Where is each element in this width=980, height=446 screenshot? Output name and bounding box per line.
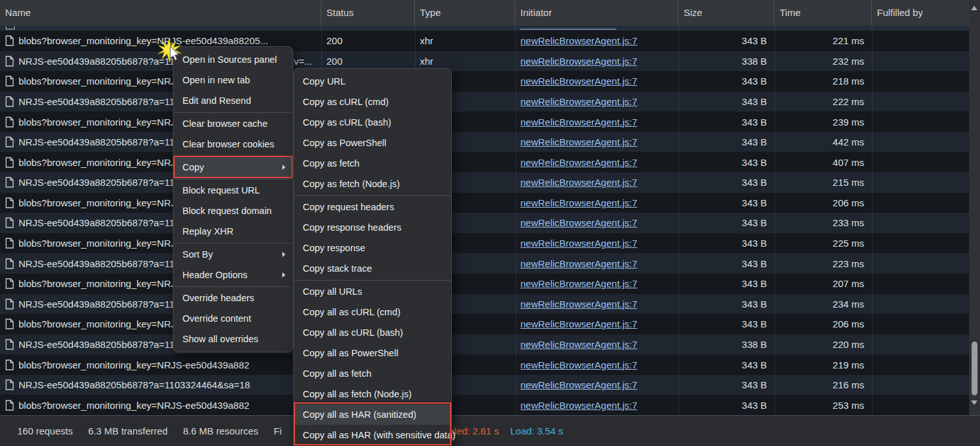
menu-item-override-headers[interactable]: Override headers <box>173 288 293 308</box>
menu-item-header-options[interactable]: Header Options <box>173 265 293 285</box>
table-row[interactable]: NRJS-ee50d439a88205b6878?a=1103324464&sa… <box>0 334 969 355</box>
table-row[interactable]: blobs?browser_monitoring_key=NRJS-ee50d4… <box>0 31 969 51</box>
table-row[interactable]: NRJS-ee50d439a88205b6878?a=1103324464&sa… <box>0 294 969 315</box>
menu-item-copy[interactable]: Copy <box>173 157 293 178</box>
column-header-initiator[interactable]: Initiator <box>515 0 679 26</box>
menu-item-clear-browser-cookies[interactable]: Clear browser cookies <box>173 134 293 154</box>
document-icon <box>5 359 14 370</box>
initiator-link[interactable]: newRelicBrowserAgent.js:7 <box>520 177 638 188</box>
menu-item-copy-all-as-har-sanitized[interactable]: Copy all as HAR (sanitized) <box>294 404 451 425</box>
table-row[interactable]: blobs?browser_monitoring_key=NRJS-ee50d4… <box>0 112 969 132</box>
table-row[interactable]: NRJS-ee50d439a88205b6878?a=1103324464&sa… <box>0 92 969 112</box>
column-header-fulfilled-by[interactable]: Fulfilled by <box>872 0 969 26</box>
scrollbar-thumb[interactable] <box>972 342 977 395</box>
menu-item-label: Copy URL <box>303 76 346 87</box>
initiator-link[interactable]: newRelicBrowserAgent.js:7 <box>520 76 638 87</box>
menu-item-copy-all-urls[interactable]: Copy all URLs <box>294 281 451 302</box>
menu-item-clear-browser-cache[interactable]: Clear browser cache <box>173 113 293 134</box>
menu-item-copy-all-as-fetch[interactable]: Copy all as fetch <box>294 363 451 384</box>
initiator-link[interactable]: newRelicBrowserAgent.js:7 <box>520 217 638 228</box>
table-row[interactable]: blobs?browser_monitoring_key=NRJS-ee50d4… <box>0 233 969 254</box>
time-cell: 233 ms <box>775 213 872 233</box>
menu-item-label: Copy <box>182 162 204 172</box>
menu-item-copy-all-as-fetch-node-js[interactable]: Copy all as fetch (Node.js) <box>294 384 451 404</box>
initiator-link[interactable]: newRelicBrowserAgent.js:7 <box>520 299 638 310</box>
initiator-link[interactable]: newRelicBrowserAgent.js:7 <box>520 318 638 329</box>
menu-item-open-in-new-tab[interactable]: Open in new tab <box>173 70 293 90</box>
initiator-link[interactable]: newRelicBrowserAgent.js:7 <box>520 258 638 269</box>
fulfilled-by-cell <box>872 375 969 395</box>
menu-item-open-in-sources-panel[interactable]: Open in Sources panel <box>173 49 293 70</box>
menu-item-copy-response[interactable]: Copy response <box>294 238 451 258</box>
fulfilled-by-cell <box>872 71 969 92</box>
menu-item-override-content[interactable]: Override content <box>173 308 293 329</box>
menu-item-copy-url[interactable]: Copy URL <box>294 71 451 92</box>
menu-item-show-all-overrides[interactable]: Show all overrides <box>173 329 293 349</box>
table-row[interactable]: NRJS-ee50d439a88205b6878?a=1103324464&sa… <box>0 253 969 274</box>
initiator-link[interactable]: newRelicBrowserAgent.js:7 <box>520 157 638 168</box>
initiator-link[interactable]: newRelicBrowserAgent.js:7 <box>520 117 638 128</box>
menu-separator <box>294 280 451 281</box>
scrollbar[interactable] <box>969 0 980 415</box>
fulfilled-by-cell <box>872 31 969 51</box>
initiator-link[interactable]: newRelicBrowserAgent.js:7 <box>520 359 638 370</box>
fulfilled-by-cell <box>872 132 969 153</box>
menu-item-copy-as-fetch[interactable]: Copy as fetch <box>294 153 451 174</box>
table-row[interactable]: NRJS-ee50d439a88205b6878?a=1103324464&sa… <box>0 375 969 395</box>
initiator-link[interactable]: newRelicBrowserAgent.js:7 <box>520 400 638 411</box>
table-row[interactable]: NRJS-ee50d439a88205b6878?a=1103324464&sa… <box>0 132 969 153</box>
column-header-time[interactable]: Time <box>775 0 872 26</box>
table-row[interactable]: blobs?browser_monitoring_key=NRJS-ee50d4… <box>0 71 969 92</box>
initiator-link[interactable]: newRelicBrowserAgent.js:7 <box>520 379 638 390</box>
menu-item-edit-and-resend[interactable]: Edit and Resend <box>173 90 293 111</box>
scroll-down-icon[interactable] <box>971 401 977 405</box>
initiator-link[interactable]: newRelicBrowserAgent.js:7 <box>520 56 638 67</box>
menu-item-sort-by[interactable]: Sort By <box>173 244 293 265</box>
initiator-link[interactable]: newRelicBrowserAgent.js:7 <box>520 238 638 249</box>
menu-item-block-request-url[interactable]: Block request URL <box>173 180 293 201</box>
table-row[interactable]: NRJS-ee50d439a88205b6878?a=1103324464&sa… <box>0 213 969 233</box>
scroll-up-icon[interactable] <box>971 6 977 10</box>
menu-item-copy-all-as-har-with-sensitive-data[interactable]: Copy all as HAR (with sensitive data) <box>294 425 451 445</box>
initiator-link[interactable]: newRelicBrowserAgent.js:7 <box>520 136 638 147</box>
initiator-link[interactable]: newRelicBrowserAgent.js:7 <box>520 96 638 107</box>
column-header-status[interactable]: Status <box>321 0 415 26</box>
initiator-link[interactable]: newRelicBrowserAgent.js:7 <box>520 339 638 350</box>
submenu-arrow-icon <box>282 272 285 277</box>
timing-load-3-54-s: Load: 3.54 s <box>510 425 563 436</box>
table-row[interactable]: blobs?browser_monitoring_key=NRJS-ee50d4… <box>0 314 969 334</box>
table-row[interactable]: blobs?browser_monitoring_key=NRJS-ee50d4… <box>0 274 969 294</box>
table-row[interactable]: blobs?browser_monitoring_key=NRJS-ee50d4… <box>0 152 969 172</box>
menu-item-replay-xhr[interactable]: Replay XHR <box>173 221 293 242</box>
menu-item-copy-as-fetch-node-js[interactable]: Copy as fetch (Node.js) <box>294 174 451 194</box>
table-row[interactable]: blobs?browser_monitoring_key=NRJS-ee50d4… <box>0 193 969 213</box>
column-header-size[interactable]: Size <box>679 0 775 26</box>
table-row[interactable]: blobs?browser_monitoring_key=NRJS-ee50d4… <box>0 354 969 375</box>
initiator-link[interactable]: newRelicBrowserAgent.js:7 <box>520 197 638 208</box>
menu-item-copy-all-as-curl-bash[interactable]: Copy all as cURL (bash) <box>294 322 451 343</box>
document-icon <box>5 379 14 390</box>
table-row[interactable]: NRJS-ee50d439a88205b6878?a=1103324464&sa… <box>0 51 969 72</box>
menu-item-copy-as-curl-cmd[interactable]: Copy as cURL (cmd) <box>294 92 451 112</box>
size-cell: 343 B <box>679 172 775 193</box>
menu-item-block-request-domain[interactable]: Block request domain <box>173 201 293 221</box>
menu-item-copy-stack-trace[interactable]: Copy stack trace <box>294 258 451 279</box>
menu-item-copy-all-as-curl-cmd[interactable]: Copy all as cURL (cmd) <box>294 302 451 322</box>
initiator-link[interactable]: newRelicBrowserAgent.js:7 <box>520 278 638 289</box>
menu-item-copy-all-as-powershell[interactable]: Copy all as PowerShell <box>294 343 451 363</box>
time-cell: 220 ms <box>775 334 872 355</box>
partial-table-row[interactable] <box>0 26 969 31</box>
menu-item-copy-request-headers[interactable]: Copy request headers <box>294 197 451 217</box>
summary-160-requests: 160 requests <box>17 425 73 436</box>
time-cell: 234 ms <box>775 294 872 315</box>
table-row[interactable]: blobs?browser_monitoring_key=NRJS-ee50d4… <box>0 395 969 415</box>
document-icon <box>5 197 14 208</box>
menu-item-copy-as-powershell[interactable]: Copy as PowerShell <box>294 133 451 153</box>
initiator-link[interactable]: newRelicBrowserAgent.js:7 <box>520 35 638 46</box>
column-header-name[interactable]: Name <box>0 0 321 26</box>
menu-item-copy-as-curl-bash[interactable]: Copy as cURL (bash) <box>294 112 451 133</box>
menu-separator <box>174 179 292 179</box>
column-header-type[interactable]: Type <box>415 0 515 26</box>
menu-item-copy-response-headers[interactable]: Copy response headers <box>294 217 451 238</box>
table-row[interactable]: NRJS-ee50d439a88205b6878?a=1103324464&sa… <box>0 172 969 193</box>
